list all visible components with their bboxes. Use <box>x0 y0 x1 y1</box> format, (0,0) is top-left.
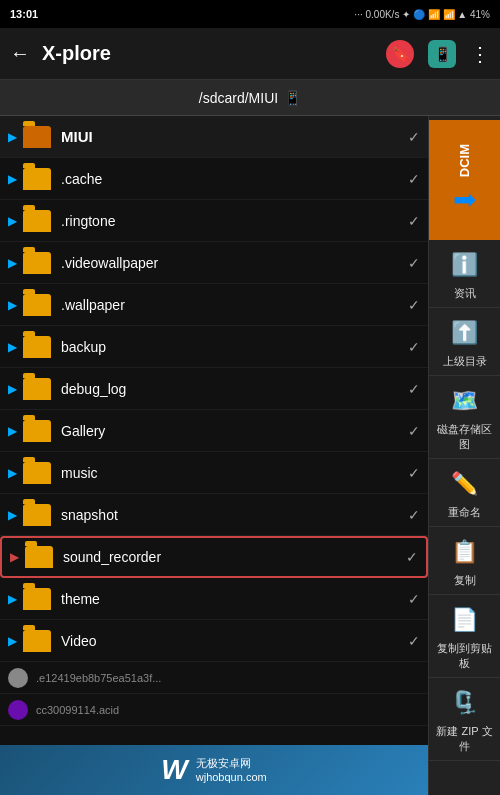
file-item-ringtone[interactable]: ▶.ringtone✓ <box>0 200 428 242</box>
sidebar-icon-parent: ⬆️ <box>446 314 484 352</box>
app-title: X-plore <box>42 42 374 65</box>
sidebar-item-info[interactable]: ℹ️资讯 <box>429 240 500 308</box>
app-bar-icons: 🔖 📱 ⋮ <box>386 40 490 68</box>
checkmark-theme: ✓ <box>408 591 420 607</box>
sidebar-item-newzip[interactable]: 🗜️新建 ZIP 文件 <box>429 678 500 761</box>
folder-icon-theme <box>23 588 51 610</box>
folder-icon-debuglog <box>23 378 51 400</box>
checkmark-soundrecorder: ✓ <box>406 549 418 565</box>
folder-icon-soundrecorder <box>25 546 53 568</box>
file-name-theme: theme <box>61 591 408 607</box>
file-item-wallpaper[interactable]: ▶.wallpaper✓ <box>0 284 428 326</box>
arrow-icon-miui: ▶ <box>8 130 17 144</box>
watermark-line2: wjhobqun.com <box>196 770 267 784</box>
partial-icon-partial2 <box>8 700 28 720</box>
sidebar-icon-rename: ✏️ <box>446 465 484 503</box>
folder-icon-cache <box>23 168 51 190</box>
file-item-soundrecorder[interactable]: ▶sound_recorder✓ <box>0 536 428 578</box>
folder-icon-music <box>23 462 51 484</box>
checkmark-debuglog: ✓ <box>408 381 420 397</box>
sidebar-label-parent: 上级目录 <box>443 354 487 369</box>
dcim-label: DCIM <box>457 144 472 177</box>
file-name-videowallpaper: .videowallpaper <box>61 255 408 271</box>
file-name-soundrecorder: sound_recorder <box>63 549 406 565</box>
file-item-video[interactable]: ▶Video✓ <box>0 620 428 662</box>
partial-item-partial2: cc30099114.acid <box>0 694 428 726</box>
arrow-icon-debuglog: ▶ <box>8 382 17 396</box>
checkmark-video: ✓ <box>408 633 420 649</box>
file-name-miui: MIUI <box>61 128 408 145</box>
watermark-line1: 无极安卓网 <box>196 756 267 770</box>
folder-icon-wallpaper <box>23 294 51 316</box>
status-time: 13:01 <box>10 8 38 20</box>
arrow-icon-gallery: ▶ <box>8 424 17 438</box>
folder-icon-videowallpaper <box>23 252 51 274</box>
sidebar-label-copyclip: 复制到剪贴板 <box>433 641 496 671</box>
back-button[interactable]: ← <box>10 42 30 65</box>
checkmark-snapshot: ✓ <box>408 507 420 523</box>
phone-button[interactable]: 📱 <box>428 40 456 68</box>
file-name-backup: backup <box>61 339 408 355</box>
checkmark-gallery: ✓ <box>408 423 420 439</box>
partial-text-partial1: .e12419eb8b75ea51a3f... <box>36 672 161 684</box>
sidebar-item-parent[interactable]: ⬆️上级目录 <box>429 308 500 376</box>
checkmark-cache: ✓ <box>408 171 420 187</box>
bookmark-button[interactable]: 🔖 <box>386 40 414 68</box>
folder-icon-miui <box>23 126 51 148</box>
folder-icon-snapshot <box>23 504 51 526</box>
file-name-gallery: Gallery <box>61 423 408 439</box>
partial-item-partial1: .e12419eb8b75ea51a3f... <box>0 662 428 694</box>
checkmark-music: ✓ <box>408 465 420 481</box>
sidebar-items: ℹ️资讯⬆️上级目录🗺️磁盘存储区图✏️重命名📋复制📄复制到剪贴板🗜️新建 ZI… <box>429 240 500 761</box>
sidebar-icon-newzip: 🗜️ <box>446 684 484 722</box>
sidebar-label-rename: 重命名 <box>448 505 481 520</box>
path-bar: /sdcard/MIUI 📱 <box>0 80 500 116</box>
file-item-snapshot[interactable]: ▶snapshot✓ <box>0 494 428 536</box>
sidebar-label-info: 资讯 <box>454 286 476 301</box>
more-button[interactable]: ⋮ <box>470 42 490 66</box>
file-item-miui[interactable]: ▶MIUI✓ <box>0 116 428 158</box>
sidebar-item-copy[interactable]: 📋复制 <box>429 527 500 595</box>
folder-icon-video <box>23 630 51 652</box>
file-item-music[interactable]: ▶music✓ <box>0 452 428 494</box>
sidebar-label-diskmap: 磁盘存储区图 <box>433 422 496 452</box>
arrow-icon-snapshot: ▶ <box>8 508 17 522</box>
sidebar-icon-diskmap: 🗺️ <box>446 382 484 420</box>
checkmark-wallpaper: ✓ <box>408 297 420 313</box>
partial-text-partial2: cc30099114.acid <box>36 704 119 716</box>
arrow-icon-ringtone: ▶ <box>8 214 17 228</box>
main-container: ▶MIUI✓▶.cache✓▶.ringtone✓▶.videowallpape… <box>0 116 500 795</box>
sidebar-item-copyclip[interactable]: 📄复制到剪贴板 <box>429 595 500 678</box>
arrow-icon-soundrecorder: ▶ <box>10 550 19 564</box>
file-item-debuglog[interactable]: ▶debug_log✓ <box>0 368 428 410</box>
sidebar-icon-info: ℹ️ <box>446 246 484 284</box>
arrow-icon-video: ▶ <box>8 634 17 648</box>
sidebar-item-rename[interactable]: ✏️重命名 <box>429 459 500 527</box>
partial-icon-partial1 <box>8 668 28 688</box>
checkmark-miui: ✓ <box>408 129 420 145</box>
status-bar: 13:01 ··· 0.00K/s ✦ 🔵 📶 📶 ▲ 41% <box>0 0 500 28</box>
arrow-icon-cache: ▶ <box>8 172 17 186</box>
status-network: ··· 0.00K/s ✦ 🔵 📶 📶 ▲ 41% <box>354 9 490 20</box>
file-item-theme[interactable]: ▶theme✓ <box>0 578 428 620</box>
arrow-icon-videowallpaper: ▶ <box>8 256 17 270</box>
sdcard-icon: 📱 <box>284 90 301 106</box>
file-item-backup[interactable]: ▶backup✓ <box>0 326 428 368</box>
file-item-gallery[interactable]: ▶Gallery✓ <box>0 410 428 452</box>
arrow-right-icon: ➡ <box>453 183 476 216</box>
folder-icon-gallery <box>23 420 51 442</box>
checkmark-backup: ✓ <box>408 339 420 355</box>
arrow-icon-theme: ▶ <box>8 592 17 606</box>
folder-icon-backup <box>23 336 51 358</box>
checkmark-videowallpaper: ✓ <box>408 255 420 271</box>
sidebar-icon-copy: 📋 <box>446 533 484 571</box>
sidebar-item-diskmap[interactable]: 🗺️磁盘存储区图 <box>429 376 500 459</box>
file-list: ▶MIUI✓▶.cache✓▶.ringtone✓▶.videowallpape… <box>0 116 428 795</box>
folder-icon-ringtone <box>23 210 51 232</box>
file-item-videowallpaper[interactable]: ▶.videowallpaper✓ <box>0 242 428 284</box>
file-item-cache[interactable]: ▶.cache✓ <box>0 158 428 200</box>
file-name-debuglog: debug_log <box>61 381 408 397</box>
dcim-panel[interactable]: DCIM ➡ <box>429 120 501 240</box>
file-name-ringtone: .ringtone <box>61 213 408 229</box>
current-path: /sdcard/MIUI <box>199 90 278 106</box>
